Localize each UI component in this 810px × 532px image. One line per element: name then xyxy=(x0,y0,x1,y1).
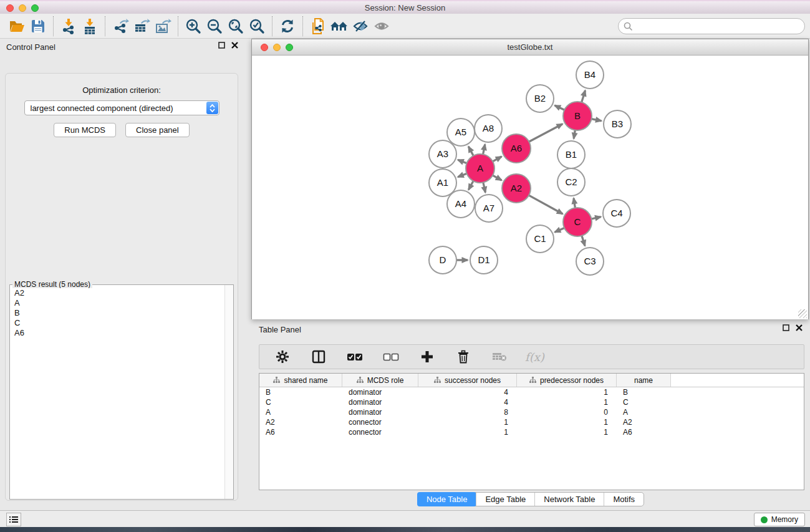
mcds-result-item[interactable]: B xyxy=(12,308,231,318)
import-table-icon[interactable] xyxy=(79,16,100,36)
export-image-icon[interactable] xyxy=(152,16,173,36)
column-header-shared-name[interactable]: shared name xyxy=(259,374,342,387)
mcds-result-list[interactable]: A2ABCA6 xyxy=(12,288,231,497)
graph-node-B3[interactable]: B3 xyxy=(604,110,631,138)
table-options-icon[interactable] xyxy=(272,347,293,367)
zoom-fit-icon[interactable] xyxy=(225,16,246,36)
graph-edge-A-A3[interactable] xyxy=(458,160,466,163)
graph-node-B[interactable]: B xyxy=(563,102,592,130)
node-table[interactable]: shared nameMCDS rolesuccessor nodesprede… xyxy=(259,373,804,490)
export-table-icon[interactable] xyxy=(131,16,152,36)
mcds-result-item[interactable]: C xyxy=(12,318,231,328)
mcds-result-item[interactable]: A xyxy=(12,298,231,308)
search-box[interactable] xyxy=(618,18,805,34)
save-session-icon[interactable] xyxy=(27,16,49,36)
export-network-icon[interactable] xyxy=(110,16,131,36)
graph-node-D1[interactable]: D1 xyxy=(470,246,498,274)
graph-edge-C-C2[interactable] xyxy=(574,198,575,208)
delete-table-icon[interactable] xyxy=(489,347,510,367)
hide-graphics-details-icon[interactable] xyxy=(350,16,371,36)
graph-edge-A-A1[interactable] xyxy=(458,173,466,177)
graph-node-A1[interactable]: A1 xyxy=(429,169,456,196)
select-all-icon[interactable] xyxy=(344,347,365,367)
graph-edge-A-A2[interactable] xyxy=(493,175,501,180)
mcds-result-item[interactable]: A2 xyxy=(12,288,231,298)
graph-edge-B-B4[interactable] xyxy=(582,90,586,102)
new-session-from-network-icon[interactable] xyxy=(307,16,329,36)
graph-node-A2[interactable]: A2 xyxy=(502,174,531,203)
tab-node-table[interactable]: Node Table xyxy=(417,492,477,506)
add-column-icon[interactable] xyxy=(417,347,438,367)
network-minimize-button[interactable] xyxy=(273,44,281,51)
console-button[interactable] xyxy=(6,513,21,526)
graph-node-A[interactable]: A xyxy=(466,154,494,183)
graph-node-C3[interactable]: C3 xyxy=(576,248,604,275)
table-row[interactable]: Cdominator41C xyxy=(259,397,804,407)
graph-edge-A-A4[interactable] xyxy=(468,181,473,190)
close-window-button[interactable] xyxy=(6,4,14,12)
table-row[interactable]: A6connector11A6 xyxy=(259,427,804,437)
result-list-scrollbar[interactable] xyxy=(224,285,233,499)
graph-node-D[interactable]: D xyxy=(429,246,456,274)
graph-node-A5[interactable]: A5 xyxy=(447,118,475,146)
graph-node-B2[interactable]: B2 xyxy=(526,85,554,112)
close-panel-icon[interactable] xyxy=(231,42,238,49)
refresh-icon[interactable] xyxy=(277,16,298,36)
graph-edge-B-B1[interactable] xyxy=(574,130,575,139)
close-panel-icon[interactable] xyxy=(796,324,803,331)
column-header-mcds-role[interactable]: MCDS role xyxy=(342,374,418,387)
open-file-icon[interactable] xyxy=(6,16,27,36)
graph-edge-A-A5[interactable] xyxy=(468,147,473,156)
graph-edge-A2-C[interactable] xyxy=(529,195,562,214)
tab-network-table[interactable]: Network Table xyxy=(534,493,604,506)
close-panel-button[interactable]: Close panel xyxy=(125,123,190,137)
graph-node-C4[interactable]: C4 xyxy=(603,200,630,227)
resize-grip[interactable] xyxy=(798,309,807,318)
minimize-window-button[interactable] xyxy=(19,4,26,12)
column-visibility-icon[interactable] xyxy=(308,347,329,367)
graph-node-A6[interactable]: A6 xyxy=(502,134,531,163)
graph-node-A4[interactable]: A4 xyxy=(447,190,475,218)
network-close-button[interactable] xyxy=(261,44,268,51)
graph-node-A7[interactable]: A7 xyxy=(475,195,503,222)
network-window-titlebar[interactable]: testGlobe.txt xyxy=(252,39,808,56)
column-header-name[interactable]: name xyxy=(617,374,671,387)
table-row[interactable]: Bdominator41B xyxy=(259,387,804,397)
graph-node-B1[interactable]: B1 xyxy=(557,141,585,168)
table-row[interactable]: Adominator80A xyxy=(259,407,804,417)
memory-button[interactable]: Memory xyxy=(754,513,805,526)
home-icon[interactable] xyxy=(329,16,350,36)
graph-node-C1[interactable]: C1 xyxy=(526,225,554,253)
graph-node-A8[interactable]: A8 xyxy=(475,115,502,142)
show-graphics-details-icon[interactable] xyxy=(371,16,392,36)
graph-node-C[interactable]: C xyxy=(563,208,592,236)
zoom-out-icon[interactable] xyxy=(204,16,225,36)
graph-edge-A-A6[interactable] xyxy=(493,157,501,162)
tab-motifs[interactable]: Motifs xyxy=(604,493,644,506)
tab-edge-table[interactable]: Edge Table xyxy=(476,493,534,506)
zoom-selected-icon[interactable] xyxy=(246,16,268,36)
column-header-predecessor-nodes[interactable]: predecessor nodes xyxy=(517,374,617,387)
import-network-icon[interactable] xyxy=(58,16,79,36)
table-row[interactable]: A2connector11A2 xyxy=(259,417,804,427)
column-header-successor-nodes[interactable]: successor nodes xyxy=(418,374,517,387)
graph-node-A3[interactable]: A3 xyxy=(429,140,456,168)
graph-edge-A-A8[interactable] xyxy=(483,145,485,155)
graph-edge-C-C1[interactable] xyxy=(555,228,564,232)
run-mcds-button[interactable]: Run MCDS xyxy=(54,123,116,137)
graph-edge-B-B3[interactable] xyxy=(592,119,602,121)
graph-node-C2[interactable]: C2 xyxy=(557,168,585,196)
graph-node-B4[interactable]: B4 xyxy=(576,61,604,89)
network-zoom-button[interactable] xyxy=(286,44,293,51)
float-panel-icon[interactable] xyxy=(783,324,789,331)
graph-edge-A6-B[interactable] xyxy=(529,124,562,142)
graph-edge-C-C4[interactable] xyxy=(592,217,601,219)
float-panel-icon[interactable] xyxy=(218,42,225,49)
delete-column-icon[interactable] xyxy=(453,347,474,367)
deselect-all-icon[interactable] xyxy=(380,347,402,367)
mcds-result-item[interactable]: A6 xyxy=(12,328,231,338)
graph-edge-C-C3[interactable] xyxy=(582,236,585,246)
graph-edge-B-B2[interactable] xyxy=(555,105,565,110)
network-canvas[interactable]: B4B2BB3A8A5A6A3B1AA1C2A2A4A7C4CC1DD1C3 xyxy=(252,56,808,319)
zoom-in-icon[interactable] xyxy=(183,16,204,36)
